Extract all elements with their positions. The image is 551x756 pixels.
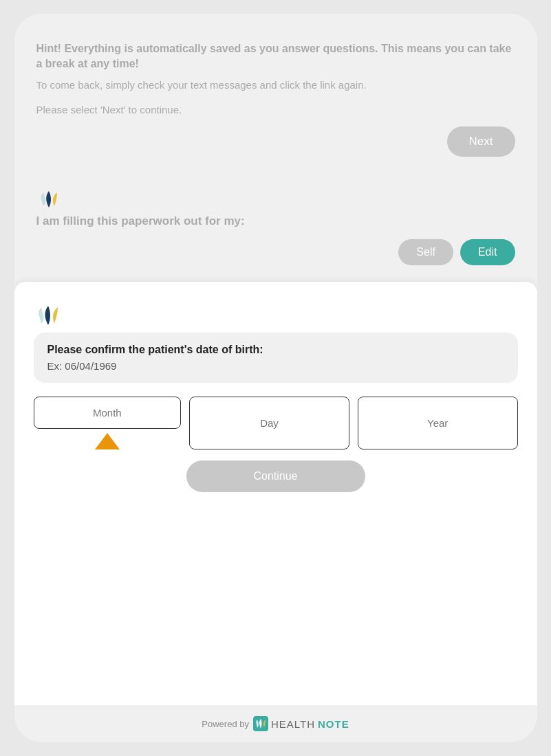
powered-by-text: Powered by: [202, 719, 249, 729]
hint-section: Hint! Everything is automatically saved …: [14, 14, 537, 173]
hint-bold-text: Hint! Everything is automatically saved …: [36, 41, 515, 72]
dob-prompt-box: Please confirm the patient's date of bir…: [34, 333, 518, 383]
health-note-icon: [253, 716, 268, 731]
dob-card: Please confirm the patient's date of bir…: [14, 282, 537, 705]
note-text: NOTE: [318, 718, 349, 730]
leaf-logo-medium: [34, 301, 518, 333]
filling-section: I am filling this paperwork out for my: …: [14, 173, 537, 282]
hint-continue-text: Please select 'Next' to continue.: [36, 104, 515, 115]
footer: Powered by HEALTH NOTE: [14, 705, 537, 742]
continue-button[interactable]: Continue: [186, 460, 365, 492]
health-note-logo: HEALTH NOTE: [253, 716, 349, 731]
arrow-up-icon: [95, 433, 120, 449]
filling-text: I am filling this paperwork out for my:: [36, 214, 515, 228]
day-input[interactable]: [189, 397, 349, 449]
dob-prompt-title: Please confirm the patient's date of bir…: [47, 344, 504, 356]
self-edit-row: Self Edit: [36, 239, 515, 265]
next-button[interactable]: Next: [447, 126, 515, 157]
hint-body-text: To come back, simply check your text mes…: [36, 78, 515, 93]
phone-container: Hint! Everything is automatically saved …: [14, 14, 537, 742]
month-input[interactable]: [34, 397, 182, 429]
leaf-logo-small: [36, 187, 515, 214]
year-input[interactable]: [358, 397, 518, 449]
self-button[interactable]: Self: [398, 239, 453, 265]
dob-inputs-row: [34, 397, 518, 449]
month-wrapper: [34, 397, 182, 449]
edit-button[interactable]: Edit: [460, 239, 515, 265]
footer-content: Powered by HEALTH NOTE: [25, 716, 526, 731]
dob-prompt-example: Ex: 06/04/1969: [47, 360, 504, 372]
health-text: HEALTH: [271, 718, 315, 730]
